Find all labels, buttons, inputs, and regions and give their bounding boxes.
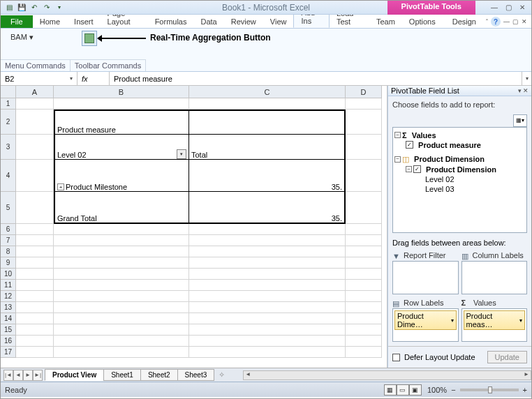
cell[interactable] — [54, 313, 189, 324]
cell[interactable] — [189, 291, 346, 302]
field-level03[interactable]: Level 03 — [425, 185, 455, 193]
pivot-cell-b3[interactable]: Level 02▾ — [54, 135, 189, 160]
col-c[interactable]: C — [189, 86, 346, 98]
pivot-cell-c3[interactable]: Total — [189, 135, 346, 160]
cell[interactable] — [189, 313, 346, 324]
dimension-node[interactable]: Product Dimension — [414, 155, 485, 163]
checkbox-checked-icon[interactable]: ✓ — [406, 141, 413, 149]
row-header[interactable]: 2 — [1, 110, 16, 135]
formula-input[interactable]: Product measure — [110, 72, 522, 85]
cell[interactable] — [54, 347, 189, 358]
row-header[interactable]: 9 — [1, 257, 16, 269]
cell[interactable] — [16, 98, 54, 110]
cell[interactable] — [346, 246, 382, 257]
pane-close-icon[interactable]: ✕ — [523, 87, 529, 94]
maximize-icon[interactable]: ▢ — [503, 2, 513, 12]
cell[interactable] — [346, 302, 382, 313]
chevron-down-icon[interactable]: ▾ — [519, 317, 522, 324]
cell[interactable] — [346, 160, 382, 192]
dimension-child[interactable]: Product Dimension — [426, 165, 496, 174]
zoom-level[interactable]: 100% — [427, 386, 447, 394]
cell[interactable] — [16, 192, 54, 224]
cell[interactable] — [189, 235, 346, 246]
row-header[interactable]: 8 — [1, 246, 16, 257]
collapse-icon[interactable]: − — [394, 132, 401, 138]
cell[interactable] — [189, 347, 346, 358]
cell[interactable] — [16, 160, 54, 192]
cell[interactable] — [54, 224, 189, 235]
tab-data[interactable]: Data — [193, 15, 223, 28]
pivot-cell-c4[interactable]: 35. — [189, 160, 346, 192]
cell[interactable] — [54, 269, 189, 280]
cell[interactable] — [16, 313, 54, 324]
select-all-corner[interactable] — [1, 86, 16, 98]
next-sheet-icon[interactable]: ► — [23, 370, 33, 381]
row-header[interactable]: 3 — [1, 135, 16, 160]
column-labels-zone[interactable] — [461, 261, 528, 294]
cell[interactable] — [54, 336, 189, 347]
cell[interactable] — [16, 302, 54, 313]
tab-formulas[interactable]: Formulas — [148, 15, 194, 28]
cell[interactable] — [189, 280, 346, 291]
collapse-icon[interactable]: − — [406, 166, 412, 172]
row-header[interactable]: 12 — [1, 291, 16, 302]
cell[interactable] — [16, 257, 54, 269]
cell[interactable] — [346, 110, 382, 135]
collapse-icon[interactable]: − — [394, 156, 401, 163]
row-labels-zone[interactable]: Product Dime…▾ — [392, 308, 459, 342]
expand-formula-bar-icon[interactable]: ▾ — [522, 72, 531, 85]
name-box[interactable]: B2 ▾ — [1, 72, 77, 85]
sheet-tab-sheet1[interactable]: Sheet1 — [103, 369, 141, 381]
worksheet-grid[interactable]: A B C D 1 2 Product measure 3 Level 02▾ … — [1, 86, 387, 368]
cell[interactable] — [16, 336, 54, 347]
cell[interactable] — [16, 269, 54, 280]
new-sheet-icon[interactable]: ✧ — [214, 370, 229, 379]
cell[interactable] — [189, 224, 346, 235]
wb-restore-icon[interactable]: ▢ — [512, 18, 519, 25]
expand-icon[interactable]: + — [57, 183, 64, 190]
cell[interactable] — [16, 347, 54, 358]
row-header[interactable]: 6 — [1, 224, 16, 235]
cell[interactable] — [346, 347, 382, 358]
cell[interactable] — [54, 246, 189, 257]
chip-product-measure[interactable]: Product meas…▾ — [464, 310, 526, 330]
pivot-cell-c2[interactable] — [189, 110, 346, 135]
tab-review[interactable]: Review — [224, 15, 263, 28]
cell[interactable] — [16, 291, 54, 302]
checkbox-checked-icon[interactable]: ✓ — [413, 165, 421, 173]
minimize-icon[interactable]: — — [489, 2, 499, 12]
pivot-cell-b2[interactable]: Product measure — [54, 110, 189, 135]
cell[interactable] — [54, 302, 189, 313]
field-product-measure[interactable]: Product measure — [418, 141, 481, 149]
cell[interactable] — [346, 224, 382, 235]
col-d[interactable]: D — [346, 86, 382, 98]
pivot-cell-b5[interactable]: Grand Total — [54, 192, 189, 224]
cell[interactable] — [16, 110, 54, 135]
row-header[interactable]: 14 — [1, 313, 16, 324]
col-b[interactable]: B — [54, 86, 189, 98]
cell[interactable] — [346, 135, 382, 160]
wb-minimize-icon[interactable]: — — [503, 18, 510, 25]
wb-close-icon[interactable]: ✕ — [522, 18, 527, 25]
qat-dropdown-icon[interactable]: ▾ — [54, 2, 65, 13]
bam-menu[interactable]: BAM ▾ — [10, 33, 34, 42]
tab-team[interactable]: Team — [369, 15, 402, 28]
cell[interactable] — [16, 246, 54, 257]
cell[interactable] — [189, 336, 346, 347]
help-icon[interactable]: ? — [491, 17, 501, 27]
zoom-in-icon[interactable]: + — [523, 386, 527, 394]
zoom-out-icon[interactable]: − — [451, 386, 455, 394]
chip-product-dimension[interactable]: Product Dime…▾ — [394, 310, 457, 330]
row-header[interactable]: 5 — [1, 192, 16, 224]
row-header[interactable]: 17 — [1, 347, 16, 358]
sheet-tab-sheet3[interactable]: Sheet3 — [177, 369, 215, 381]
tab-insert[interactable]: Insert — [67, 15, 101, 28]
defer-checkbox[interactable] — [392, 354, 400, 361]
tab-view[interactable]: View — [263, 15, 294, 28]
cell[interactable] — [189, 302, 346, 313]
redo-icon[interactable]: ↷ — [41, 2, 52, 13]
first-sheet-icon[interactable]: |◄ — [3, 370, 13, 381]
layout-options-button[interactable]: ▦▾ — [513, 114, 527, 127]
filter-dropdown-icon[interactable]: ▾ — [177, 149, 186, 159]
name-box-dropdown-icon[interactable]: ▾ — [70, 75, 73, 82]
